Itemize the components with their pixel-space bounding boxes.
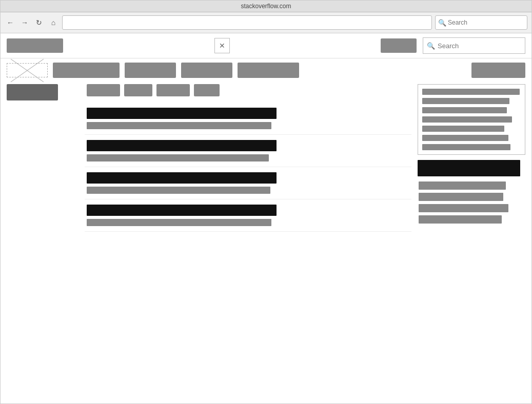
tab-1[interactable] [87,84,120,96]
sidebar-line [422,98,509,104]
back-button[interactable]: ← [5,17,16,28]
left-sidebar [7,84,78,403]
tab-3[interactable] [156,84,190,96]
sidebar-line [422,89,520,95]
browser-search-icon: 🔍 [438,19,446,27]
sidebar-standalone-lines [418,181,525,224]
sidebar-action-button[interactable] [7,84,58,100]
site-search-wrapper: 🔍 [423,37,525,54]
nav-item-2[interactable] [125,63,176,78]
tab-2[interactable] [124,84,152,96]
sidebar-line [419,215,502,224]
browser-search-input[interactable] [435,15,527,30]
main-layout [1,78,531,403]
site-search-icon: 🔍 [427,42,435,50]
page-content: ✕ 🔍 [1,33,531,403]
sidebar-info-box [418,84,525,155]
right-sidebar [418,84,525,403]
sidebar-line [419,204,508,212]
post-meta [87,122,271,129]
post-title[interactable] [87,108,277,119]
post-title[interactable] [87,140,277,151]
sidebar-line [422,116,512,123]
content-area [85,84,411,403]
nav-item-1[interactable] [53,63,120,78]
logo-image [7,63,48,77]
sidebar-dark-block[interactable] [418,160,520,176]
post-meta [87,154,269,161]
sidebar-line [422,135,508,141]
nav-icon: ✕ [219,42,225,50]
post-item [85,199,411,232]
secondary-nav [85,84,411,96]
nav-item-4[interactable] [238,63,299,78]
nav-action-button[interactable] [381,38,417,53]
refresh-button[interactable]: ↻ [33,17,45,28]
post-title[interactable] [87,205,277,216]
sidebar-line [419,193,503,201]
url-display: stackoverflow.com [241,3,291,10]
post-item [85,167,411,199]
site-logo [7,38,63,53]
sidebar-line [419,181,506,190]
browser-toolbar: ← → ↻ ⌂ 🔍 [1,12,531,33]
home-button[interactable]: ⌂ [48,17,59,28]
forward-button[interactable]: → [19,17,30,28]
address-bar[interactable] [62,15,432,30]
post-item [85,103,411,135]
sidebar-line [422,126,504,132]
top-nav: ✕ 🔍 [1,33,531,58]
nav-items-row [1,58,531,78]
site-search-input[interactable] [423,37,525,54]
sidebar-line [422,107,507,113]
post-item [85,135,411,167]
post-title[interactable] [87,172,277,184]
nav-item-5[interactable] [471,63,525,78]
browser-titlebar: stackoverflow.com [1,1,531,12]
nav-item-3[interactable] [181,63,232,78]
browser-window: stackoverflow.com ← → ↻ ⌂ 🔍 ✕ [0,0,532,404]
post-list [85,103,411,232]
tab-4[interactable] [194,84,220,96]
browser-search-wrapper: 🔍 [435,15,527,30]
post-meta [87,219,271,226]
post-meta [87,187,270,194]
nav-icon-box[interactable]: ✕ [214,38,230,53]
sidebar-line [422,144,510,150]
